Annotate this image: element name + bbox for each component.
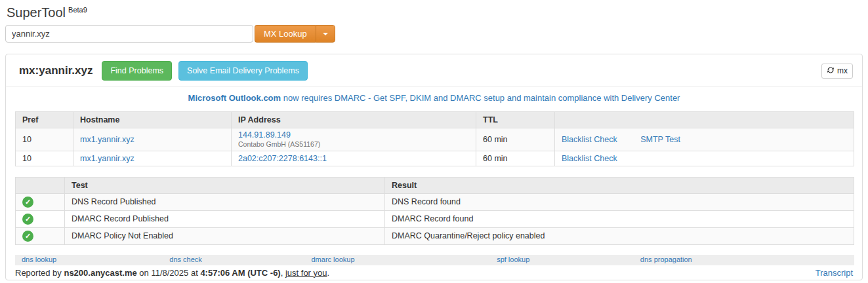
mx-table-header-row: Pref Hostname IP Address TTL (16, 112, 854, 128)
quick-links-bar: dns lookup dns check dmarc lookup spf lo… (15, 255, 854, 265)
app-header: SuperToolBeta9 (0, 0, 868, 20)
table-row: 10 mx1.yannir.xyz 144.91.89.149 Contabo … (16, 128, 854, 151)
lookup-result-title: mx:yannir.xyz (19, 64, 93, 77)
find-problems-button[interactable]: Find Problems (102, 61, 172, 81)
column-header-actions (555, 112, 854, 128)
test-result: DNS Record found (385, 193, 854, 210)
dns-check-link[interactable]: dns check (169, 255, 202, 263)
app-title: SuperTool (7, 5, 66, 20)
result-card: mx:yannir.xyz Find Problems Solve Email … (5, 54, 863, 280)
rerun-mx-lookup-label: mx (837, 66, 848, 75)
test-result: DMARC Record found (385, 210, 854, 227)
lookup-form: MX Lookup (5, 25, 868, 43)
reporting-server: ns200.anycast.me (64, 268, 136, 278)
notice-rest-text: now requires DMARC - Get SPF, DKIM and D… (281, 93, 680, 103)
report-date: 11/8/2025 (151, 268, 188, 278)
result-card-header: mx:yannir.xyz Find Problems Solve Email … (6, 54, 862, 86)
column-header-ip: IP Address (232, 112, 476, 128)
column-header-status (16, 177, 65, 193)
status-pass-icon (22, 231, 33, 242)
column-header-test: Test (65, 177, 385, 193)
dmarc-notice-bar: Microsoft Outlook.com now requires DMARC… (6, 87, 862, 111)
solve-email-delivery-button[interactable]: Solve Email Delivery Problems (178, 61, 308, 81)
dmarc-lookup-link[interactable]: dmarc lookup (311, 255, 354, 263)
smtp-test-link[interactable]: SMTP Test (640, 135, 680, 144)
period-text: . (327, 268, 330, 278)
blacklist-check-link[interactable]: Blacklist Check (562, 135, 617, 144)
dns-tests-table: Test Result DNS Record Published DNS Rec… (15, 177, 854, 245)
test-name: DMARC Policy Not Enabled (65, 227, 385, 244)
domain-input[interactable] (5, 25, 253, 43)
lookup-button-group: MX Lookup (255, 25, 335, 43)
hostname-link[interactable]: mx1.yannir.xyz (80, 135, 134, 144)
test-result: DMARC Quarantine/Reject policy enabled (385, 227, 854, 244)
notice-bold-text: Microsoft Outlook.com (188, 93, 281, 103)
ttl-cell: 60 min (476, 128, 555, 151)
table-row: DNS Record Published DNS Record found (16, 193, 854, 210)
status-pass-icon (22, 214, 33, 225)
mx-records-table: Pref Hostname IP Address TTL 10 mx1.yann… (15, 111, 854, 166)
column-header-pref: Pref (16, 112, 73, 128)
report-time: 4:57:06 AM (UTC -6) (200, 268, 280, 278)
rerun-mx-lookup-button[interactable]: mx (821, 64, 853, 79)
test-table-header-row: Test Result (16, 177, 854, 193)
reported-by-prefix: Reported by (15, 268, 64, 278)
refresh-icon (827, 66, 835, 76)
comma-text: , (281, 268, 285, 278)
asn-label: Contabo GmbH (AS51167) (238, 140, 469, 149)
pref-cell: 10 (16, 128, 73, 151)
table-row: 10 mx1.yannir.xyz 2a02:c207:2278:6143::1… (16, 151, 854, 166)
just-for-you-link[interactable]: just for you (285, 268, 327, 278)
chevron-down-icon (323, 33, 328, 35)
ip-address-link[interactable]: 2a02:c207:2278:6143::1 (238, 154, 327, 163)
report-footer: Reported by ns200.anycast.me on 11/8/202… (15, 268, 853, 278)
on-text: on (137, 268, 152, 278)
status-pass-icon (22, 197, 33, 208)
spf-lookup-link[interactable]: spf lookup (497, 255, 529, 263)
blacklist-check-link[interactable]: Blacklist Check (562, 154, 617, 163)
column-header-hostname: Hostname (73, 112, 232, 128)
ip-address-link[interactable]: 144.91.89.149 (238, 130, 291, 140)
test-name: DMARC Record Published (65, 210, 385, 227)
transcript-link[interactable]: Transcript (816, 268, 853, 278)
column-header-ttl: TTL (476, 112, 555, 128)
lookup-type-dropdown-button[interactable] (316, 25, 335, 43)
test-name: DNS Record Published (65, 193, 385, 210)
app-beta-tag: Beta9 (68, 6, 87, 14)
dns-propagation-link[interactable]: dns propagation (640, 255, 692, 263)
reported-by-text: Reported by ns200.anycast.me on 11/8/202… (15, 268, 329, 278)
column-header-result: Result (385, 177, 854, 193)
mx-lookup-button[interactable]: MX Lookup (255, 25, 316, 43)
dns-lookup-link[interactable]: dns lookup (22, 255, 56, 263)
at-text: at (188, 268, 200, 278)
pref-cell: 10 (16, 151, 73, 166)
hostname-link[interactable]: mx1.yannir.xyz (80, 154, 134, 163)
table-row: DMARC Policy Not Enabled DMARC Quarantin… (16, 227, 854, 244)
ttl-cell: 60 min (476, 151, 555, 166)
table-row: DMARC Record Published DMARC Record foun… (16, 210, 854, 227)
outlook-dmarc-notice-link[interactable]: Microsoft Outlook.com now requires DMARC… (188, 93, 680, 103)
